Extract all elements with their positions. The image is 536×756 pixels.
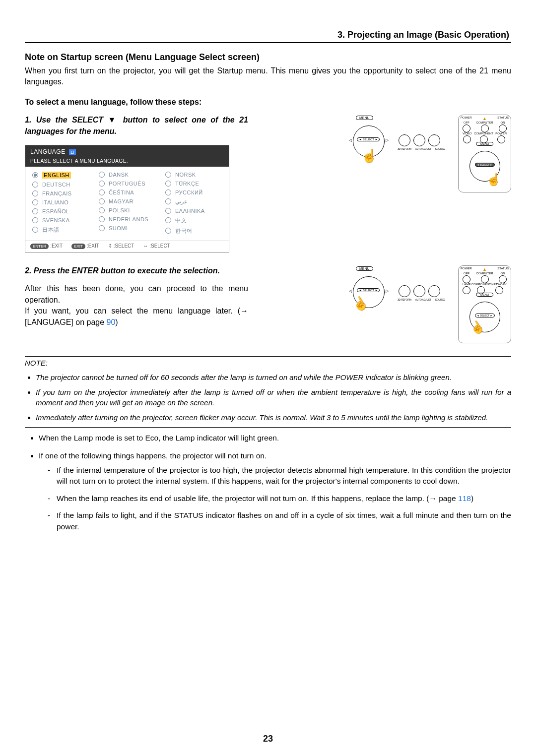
language-option[interactable]: عربي	[165, 198, 222, 205]
list-item: If the internal temperature of the proje…	[57, 465, 511, 487]
list-item: If you turn on the projector immediately…	[36, 387, 511, 409]
language-option[interactable]: ČEŠTINA	[99, 189, 155, 195]
projector-panel-diagram: MENU ◄ SELECT ► ◁ ▷ ☝ 3D REFORMAUTO ADJU…	[334, 265, 448, 320]
pointing-hand-icon: ☝	[361, 149, 377, 162]
language-option[interactable]: NORSK	[165, 172, 222, 178]
language-option[interactable]: NEDERLANDS	[99, 216, 155, 222]
step-2-row: 2. Press the ENTER button to execute the…	[25, 265, 511, 343]
remote-select-button: ◄ SELECT ►	[474, 314, 494, 317]
list-item: The projector cannot be turned off for 6…	[36, 372, 511, 383]
section-heading: Note on Startup screen (Menu Language Se…	[25, 52, 511, 63]
language-option[interactable]: ENGLISH	[32, 172, 89, 179]
remote-diagram: ▲ POWERSTATUS OFF COMPUTER ON VIDEO COMP…	[458, 115, 511, 192]
language-option[interactable]: FRANÇAIS	[32, 190, 89, 196]
select-button: ◄ SELECT ►	[357, 288, 380, 292]
remote-menu-button: MENU	[476, 142, 494, 146]
list-item: If the lamp fails to light, and if the S…	[57, 510, 511, 532]
manual-page: 3. Projecting an Image (Basic Operation)…	[0, 0, 536, 756]
language-option[interactable]: 日本語	[32, 226, 89, 234]
list-item: When the Lamp mode is set to Eco, the La…	[39, 433, 511, 443]
language-menu-panel: LANGUAGE Ω PLEASE SELECT A MENU LANGUAGE…	[25, 145, 229, 252]
divider	[25, 42, 511, 43]
projector-panel-diagram: MENU ◄ SELECT ► ◁ ▷ ☝ 3D REFORMAUTO ADJU…	[334, 115, 448, 169]
language-option[interactable]: SUOMI	[99, 225, 155, 231]
language-option[interactable]: 中文	[165, 217, 222, 224]
bullet-list: When the Lamp mode is set to Eco, the La…	[25, 433, 511, 532]
language-option[interactable]: ΕΛΛΗΝΙΚΑ	[165, 208, 222, 214]
menu-button: MENU	[356, 266, 373, 271]
language-option[interactable]: ESPAÑOL	[32, 208, 89, 214]
language-title: LANGUAGE Ω	[25, 145, 229, 158]
step-1-row: 1. Use the SELECT ▼ button to select one…	[25, 115, 511, 252]
sub-bullet-list: If the internal temperature of the proje…	[39, 465, 511, 532]
after-text-2: If you want, you can select the menu lan…	[25, 306, 248, 328]
step-2: 2. Press the ENTER button to execute the…	[25, 265, 248, 276]
list-item: When the lamp reaches its end of usable …	[57, 493, 511, 504]
divider	[25, 356, 511, 357]
language-subtitle: PLEASE SELECT A MENU LANGUAGE.	[25, 158, 229, 167]
language-option[interactable]: РУССКИЙ	[165, 189, 222, 195]
divider	[25, 427, 511, 428]
list-item: Immediately after turning on the project…	[36, 412, 511, 423]
intro-text: When you first turn on the projector, yo…	[25, 65, 511, 88]
menu-button: MENU	[356, 116, 373, 120]
list-item: If one of the following things happens, …	[39, 450, 511, 532]
remote-diagram: ▲ POWERSTATUS OFF COMPUTER ON LAMP COMPO…	[458, 265, 511, 343]
pointing-hand-icon: ☝	[486, 173, 501, 187]
language-option[interactable]: POLSKI	[99, 207, 155, 213]
select-button: ◄ SELECT ►	[357, 137, 380, 141]
page-link[interactable]: 118	[458, 494, 471, 503]
page-number: 23	[0, 734, 536, 744]
language-option[interactable]: DEUTSCH	[32, 182, 89, 188]
language-footer: ENTER:EXIT EXIT:EXIT ⇕ :SELECT ↔ :SELECT	[25, 241, 229, 252]
remote-select-button: ◄ SELECT ►	[474, 163, 494, 167]
language-option[interactable]: 한국어	[165, 227, 222, 235]
language-option[interactable]: MAGYAR	[99, 198, 155, 204]
step-1: 1. Use the SELECT ▼ button to select one…	[25, 115, 248, 137]
language-option[interactable]: DANSK	[99, 172, 155, 178]
breadcrumb: 3. Projecting an Image (Basic Operation)	[25, 30, 511, 40]
remote-menu-button: MENU	[476, 293, 494, 297]
language-option[interactable]: SVENSKA	[32, 217, 89, 223]
language-option[interactable]: PORTUGUÊS	[99, 181, 155, 187]
steps-heading: To select a menu language, follow these …	[25, 97, 511, 108]
page-link[interactable]: 90	[107, 318, 116, 326]
note-label: NOTE:	[25, 359, 511, 367]
after-text-1: After this has been done, you can procee…	[25, 283, 248, 306]
language-option[interactable]: ITALIANO	[32, 199, 89, 205]
language-option[interactable]: TÜRKÇE	[165, 181, 222, 187]
note-list: The projector cannot be turned off for 6…	[25, 372, 511, 423]
